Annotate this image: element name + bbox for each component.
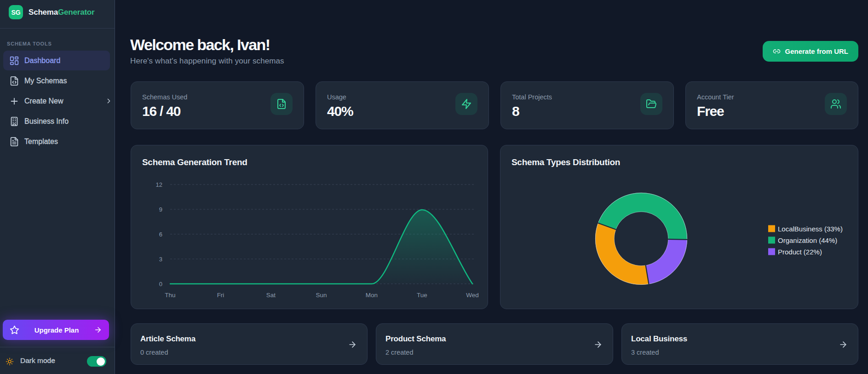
- svg-text:Tue: Tue: [417, 292, 427, 299]
- svg-text:Organization (44%): Organization (44%): [778, 236, 837, 244]
- svg-text:12: 12: [156, 181, 162, 188]
- svg-text:Sat: Sat: [266, 292, 276, 299]
- svg-text:6: 6: [159, 231, 162, 238]
- svg-text:Thu: Thu: [165, 292, 175, 299]
- svg-text:3: 3: [159, 256, 162, 263]
- svg-text:Sun: Sun: [316, 292, 327, 299]
- svg-text:Product (22%): Product (22%): [778, 248, 822, 256]
- svg-text:Mon: Mon: [366, 292, 378, 299]
- svg-text:0: 0: [159, 281, 162, 288]
- svg-text:Fri: Fri: [217, 292, 224, 299]
- svg-text:Wed: Wed: [466, 292, 479, 299]
- svg-text:LocalBusiness (33%): LocalBusiness (33%): [778, 225, 843, 233]
- svg-text:9: 9: [159, 206, 162, 213]
